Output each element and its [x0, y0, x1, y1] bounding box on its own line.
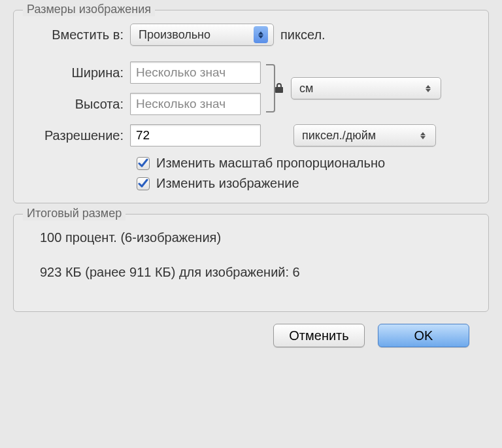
resolution-unit-value: пиксел./дюйм — [302, 129, 376, 143]
dropdown-arrows-icon — [421, 80, 435, 97]
dropdown-arrows-icon — [254, 26, 268, 43]
ok-button[interactable]: OK — [378, 324, 469, 347]
fit-in-select[interactable]: Произвольно — [130, 24, 274, 46]
resize-image-checkbox-label: Изменить изображение — [156, 176, 299, 191]
image-size-dialog: Размеры изображения Вместить в: Произвол… — [0, 0, 502, 357]
height-label: Высота: — [25, 97, 130, 112]
fit-in-label: Вместить в: — [25, 27, 130, 43]
dimensions-block: Ширина: Высота: см — [25, 61, 477, 115]
dimensions-fieldset: Размеры изображения Вместить в: Произвол… — [13, 10, 489, 203]
lock-icon[interactable] — [274, 82, 284, 94]
width-label: Ширина: — [25, 65, 130, 80]
resize-image-checkbox-row: Изменить изображение — [25, 176, 477, 191]
resolution-label: Разрешение: — [25, 128, 130, 143]
resolution-unit-select[interactable]: пиксел./дюйм — [293, 124, 436, 146]
dimension-unit-select[interactable]: см — [291, 77, 441, 99]
dialog-buttons: Отменить OK — [13, 324, 489, 347]
fit-in-unit: пиксел. — [280, 27, 326, 43]
proportional-checkbox-label: Изменить масштаб пропорционально — [156, 156, 385, 171]
height-input[interactable] — [130, 93, 261, 115]
proportional-checkbox-row: Изменить масштаб пропорционально — [25, 156, 477, 171]
cancel-button[interactable]: Отменить — [273, 324, 365, 347]
resize-image-checkbox[interactable] — [137, 177, 150, 190]
dimensions-legend: Размеры изображения — [23, 3, 155, 16]
fit-in-value: Произвольно — [139, 28, 210, 42]
link-bracket — [262, 63, 282, 114]
proportional-checkbox[interactable] — [137, 157, 150, 170]
result-legend: Итоговый размер — [23, 207, 126, 220]
result-fieldset: Итоговый размер 100 процент. (6-изображе… — [13, 214, 489, 312]
resolution-input[interactable] — [130, 124, 261, 146]
result-percent-line: 100 процент. (6-изображения) — [25, 230, 477, 245]
fit-in-row: Вместить в: Произвольно пиксел. — [25, 24, 477, 46]
resolution-row: Разрешение: пиксел./дюйм — [25, 124, 477, 146]
result-size-line: 923 КБ (ранее 911 КБ) для изображений: 6 — [25, 265, 477, 280]
dimension-unit-value: см — [299, 82, 313, 95]
dropdown-arrows-icon — [416, 127, 430, 144]
width-input[interactable] — [130, 61, 261, 84]
